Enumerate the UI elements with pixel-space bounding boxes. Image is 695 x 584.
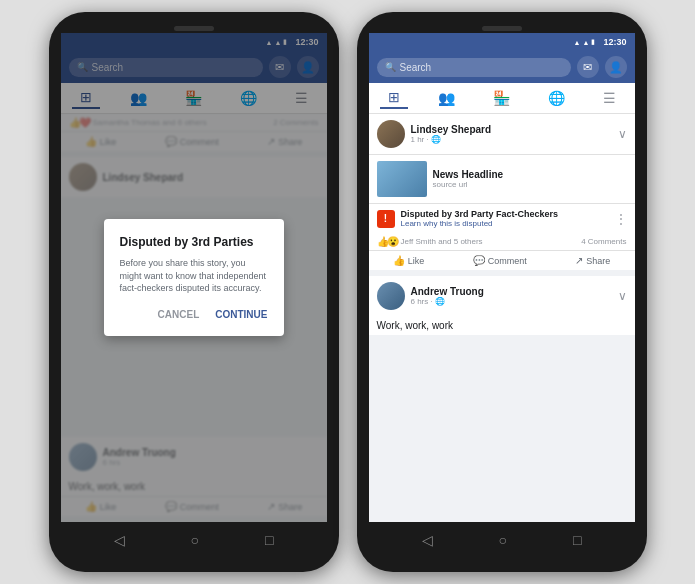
right-nav-marketplace[interactable]: 🏪 <box>485 88 518 108</box>
modal-overlay: Disputed by 3rd Parties Before you share… <box>61 33 327 522</box>
back-button-left[interactable]: ◁ <box>114 532 125 548</box>
lindsey-chevron: ∨ <box>618 127 627 141</box>
right-screen: ▲ ▲ ▮ 12:30 🔍 Search ✉ 👤 ⊞ <box>369 33 635 522</box>
right-post1-actions: 👍 Like 💬 Comment ↗ Share <box>369 250 635 270</box>
right-lindsey-avatar <box>377 120 405 148</box>
news-thumbnail <box>377 161 427 197</box>
home-button-right[interactable]: ○ <box>499 532 507 548</box>
right-like-icon: 👍 <box>393 255 405 266</box>
phones-container: ▲ ▲ ▮ 12:30 🔍 Search ✉ 👤 ⊞ <box>49 12 647 572</box>
right-post1-comment[interactable]: 💬 Comment <box>473 255 527 266</box>
modal-body: Before you share this story, you might w… <box>120 257 268 295</box>
right-nav-menu[interactable]: ☰ <box>595 88 624 108</box>
phone-speaker-right <box>482 26 522 31</box>
right-search-icon: 🔍 <box>385 62 396 72</box>
left-screen: ▲ ▲ ▮ 12:30 🔍 Search ✉ 👤 ⊞ <box>61 33 327 522</box>
right-andrew-post: Andrew Truong 6 hrs · 🌐 ∨ Work, work, wo… <box>369 276 635 335</box>
right-friends-icon[interactable]: 👤 <box>605 56 627 78</box>
right-nav-home[interactable]: ⊞ <box>380 87 408 109</box>
disputed-title: Disputed by 3rd Party Fact-Checkers <box>401 209 609 219</box>
right-post1-author: Jeff Smith and 5 others <box>401 237 483 246</box>
right-andrew-header: Andrew Truong 6 hrs · 🌐 ∨ <box>369 276 635 316</box>
right-post1-like[interactable]: 👍 Like <box>393 255 425 266</box>
right-share-icon: ↗ <box>575 255 583 266</box>
disputed-warning-icon: ! <box>377 210 395 228</box>
right-battery-icon: ▮ <box>591 38 595 46</box>
right-header-icons: ✉ 👤 <box>577 56 627 78</box>
disputed-text: Disputed by 3rd Party Fact-Checkers Lear… <box>401 209 609 228</box>
right-search-text: Search <box>400 62 432 73</box>
right-lindsey-header: Lindsey Shepard 1 hr · 🌐 ∨ <box>369 114 635 154</box>
right-andrew-time: 6 hrs · 🌐 <box>411 297 612 306</box>
right-feed: Lindsey Shepard 1 hr · 🌐 ∨ News Headline <box>369 114 635 522</box>
right-lindsey-time: 1 hr · 🌐 <box>411 135 612 144</box>
phone-speaker-left <box>174 26 214 31</box>
right-nav-globe[interactable]: 🌐 <box>540 88 573 108</box>
right-wifi-icon: ▲ <box>574 39 581 46</box>
right-comment-icon: 💬 <box>473 255 485 266</box>
news-text: News Headline source url <box>433 169 627 189</box>
left-phone: ▲ ▲ ▮ 12:30 🔍 Search ✉ 👤 ⊞ <box>49 12 339 572</box>
right-nav-bar: ⊞ 👥 🏪 🌐 ☰ <box>369 83 635 114</box>
right-messenger-icon[interactable]: ✉ <box>577 56 599 78</box>
right-status-icons: ▲ ▲ ▮ 12:30 <box>574 37 627 47</box>
dispute-modal: Disputed by 3rd Parties Before you share… <box>104 219 284 336</box>
disputed-more-icon[interactable]: ⋮ <box>615 212 627 226</box>
right-phone: ▲ ▲ ▮ 12:30 🔍 Search ✉ 👤 ⊞ <box>357 12 647 572</box>
disputed-sub[interactable]: Learn why this is disputed <box>401 219 609 228</box>
right-andrew-content: Work, work, work <box>369 316 635 335</box>
right-andrew-author: Andrew Truong <box>411 286 612 297</box>
left-phone-bottom: ◁ ○ □ <box>61 522 327 558</box>
right-post1-share[interactable]: ↗ Share <box>575 255 610 266</box>
right-lindsey-info: Lindsey Shepard 1 hr · 🌐 <box>411 124 612 144</box>
modal-continue-button[interactable]: CONTINUE <box>215 309 267 320</box>
right-status-bar: ▲ ▲ ▮ 12:30 <box>369 33 635 51</box>
right-post1-comments: 4 Comments <box>581 237 626 246</box>
right-lindsey-post: Lindsey Shepard 1 hr · 🌐 ∨ News Headline <box>369 114 635 270</box>
right-search-bar[interactable]: 🔍 Search <box>377 58 571 77</box>
right-signal-icon: ▲ <box>583 39 590 46</box>
right-fb-header: 🔍 Search ✉ 👤 <box>369 51 635 83</box>
right-time: 12:30 <box>603 37 626 47</box>
news-source: source url <box>433 180 627 189</box>
recents-button-left[interactable]: □ <box>265 532 273 548</box>
disputed-bar: ! Disputed by 3rd Party Fact-Checkers Le… <box>369 203 635 233</box>
modal-title: Disputed by 3rd Parties <box>120 235 268 249</box>
back-button-right[interactable]: ◁ <box>422 532 433 548</box>
right-heart-emoji: 😮 <box>387 236 399 247</box>
news-title: News Headline <box>433 169 627 180</box>
recents-button-right[interactable]: □ <box>573 532 581 548</box>
right-phone-bottom: ◁ ○ □ <box>369 522 635 558</box>
andrew-chevron: ∨ <box>618 289 627 303</box>
modal-actions: CANCEL CONTINUE <box>120 309 268 320</box>
right-nav-friends[interactable]: 👥 <box>430 88 463 108</box>
news-headline-block: News Headline source url <box>369 154 635 203</box>
home-button-left[interactable]: ○ <box>191 532 199 548</box>
right-lindsey-author: Lindsey Shepard <box>411 124 612 135</box>
right-andrew-info: Andrew Truong 6 hrs · 🌐 <box>411 286 612 306</box>
modal-cancel-button[interactable]: CANCEL <box>158 309 200 320</box>
right-andrew-avatar <box>377 282 405 310</box>
right-post1-reactions: 👍 😮 Jeff Smith and 5 others 4 Comments <box>369 233 635 250</box>
